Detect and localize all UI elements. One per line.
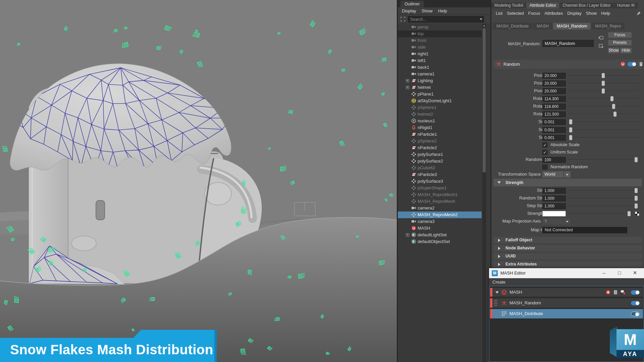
field-rotation-x[interactable] — [542, 96, 566, 102]
outliner-item-mash_repromesh1[interactable]: MASH_ReproMesh1 — [398, 191, 482, 198]
field-step-strength[interactable] — [542, 203, 566, 209]
presets-button[interactable]: Presets — [608, 40, 632, 46]
pin-icon[interactable] — [636, 11, 641, 16]
expand-toggle-icon[interactable]: + — [406, 233, 409, 237]
expand-toggle-icon[interactable]: + — [406, 79, 409, 82]
search-dropdown-arrow-icon[interactable] — [480, 18, 482, 20]
node-tab-mash[interactable]: MASH — [533, 23, 552, 29]
outliner-item-psupershape1[interactable]: pSuperShape1 — [398, 185, 482, 191]
expand-toggle-icon[interactable]: + — [406, 86, 409, 89]
workspace-tab-human-ik[interactable]: Human IK — [614, 3, 638, 8]
map-swatch-strength-map[interactable] — [542, 211, 566, 217]
outliner-item-nparticle3[interactable]: nParticle3 — [398, 171, 482, 178]
outliner-menu-display[interactable]: Display — [402, 7, 416, 15]
outliner-item-lighting[interactable]: +Lighting — [398, 77, 482, 84]
outliner-item-top[interactable]: top — [398, 31, 482, 37]
workspace-tab-channel-box-layer-editor[interactable]: Channel Box / Layer Editor — [559, 3, 613, 8]
outliner-item-side[interactable]: side — [398, 44, 482, 51]
scrollbar-thumb[interactable] — [483, 28, 486, 172]
slider-track[interactable] — [568, 190, 638, 191]
selection-box-icon[interactable] — [400, 16, 406, 22]
node-name-field[interactable] — [542, 40, 594, 47]
collapsed-section-extra-attributes[interactable]: Extra Attributes — [493, 261, 642, 267]
copy-tab-out-icon[interactable] — [598, 43, 604, 49]
outliner-item-aiskydomelight1[interactable]: aiSkyDomeLight1 — [398, 98, 482, 104]
ae-menu-attributes[interactable]: Attributes — [544, 10, 563, 17]
slider-handle-rotation-y[interactable] — [612, 104, 615, 109]
repro-cubes-icon[interactable] — [620, 290, 626, 295]
field-rotation-y[interactable] — [542, 104, 566, 110]
maximize-button[interactable]: □ — [614, 268, 625, 278]
texture-checker-icon[interactable] — [635, 212, 639, 216]
add-node-icon[interactable] — [605, 290, 611, 295]
outliner-item-persp[interactable]: persp — [398, 24, 482, 31]
copy-tab-in-icon[interactable] — [598, 35, 604, 41]
field-random-seed[interactable] — [542, 157, 566, 163]
field-map-helper[interactable]: Not Connected — [542, 227, 627, 233]
outliner-item-polysurface2[interactable]: polySurface2 — [398, 158, 482, 165]
random-enable-toggle[interactable] — [628, 62, 636, 66]
slider-handle-scale-x[interactable] — [569, 119, 572, 124]
slider-track[interactable] — [568, 198, 638, 199]
viewport-3d-scene[interactable] — [0, 0, 397, 362]
hide-button[interactable]: Hide — [620, 48, 632, 53]
node-tab-mash_distribute[interactable]: MASH_Distribute — [493, 23, 532, 29]
outliner-item-pcube62[interactable]: pCube62 — [398, 165, 482, 171]
node-enable-toggle[interactable] — [631, 301, 640, 305]
node-enable-toggle[interactable] — [631, 290, 640, 295]
slider-track[interactable] — [568, 106, 638, 107]
outliner-item-camera1[interactable]: camera1 — [398, 71, 482, 77]
field-random-strength[interactable] — [542, 195, 566, 201]
slider-handle-scale-z[interactable] — [569, 135, 572, 140]
create-menu[interactable]: Create — [492, 278, 505, 286]
checkbox-uniform-scale[interactable]: ✓ — [542, 150, 547, 155]
focus-button[interactable]: Focus — [608, 32, 632, 38]
random-section-header[interactable]: Random — [493, 60, 642, 69]
node-enable-toggle[interactable] — [631, 312, 640, 316]
slider-handle-random-strength[interactable] — [635, 196, 638, 201]
dropdown-arrow-icon[interactable] — [564, 218, 571, 225]
outliner-tab[interactable]: Outliner — [400, 1, 424, 7]
slider-handle-rotation-z[interactable] — [613, 112, 616, 117]
outliner-item-right1[interactable]: right1 — [398, 51, 482, 57]
outliner-menu-help[interactable]: Help — [438, 7, 447, 15]
field-rotation-z[interactable] — [542, 111, 566, 117]
dropdown-arrow-icon[interactable] — [564, 171, 571, 178]
field-strength[interactable] — [542, 188, 566, 194]
slider-track[interactable] — [568, 122, 638, 122]
outliner-item-psphere2[interactable]: pSphere2 — [398, 138, 482, 144]
slider-track[interactable] — [568, 160, 638, 160]
slider-handle-strength[interactable] — [635, 188, 638, 193]
outliner-item-polysurface3[interactable]: polySurface3 — [398, 178, 482, 185]
workspace-tab-modeling-toolkit[interactable]: Modeling Toolkit — [491, 3, 526, 8]
ae-menu-list[interactable]: List — [496, 10, 502, 17]
mash-node-row-mash_distribute[interactable]: MASH_Distribute — [490, 309, 643, 318]
collapsed-section-node-behavior[interactable]: Node Behavior — [493, 245, 642, 251]
outliner-item-psphere1[interactable]: pSphere1 — [398, 104, 482, 111]
slider-handle-position-x[interactable] — [602, 73, 605, 78]
collapsed-section-falloff-object[interactable]: Falloff Object — [493, 237, 642, 243]
slider-handle-scale-y[interactable] — [569, 127, 572, 132]
mash-node-row-mash[interactable]: MASH — [490, 288, 643, 297]
close-button[interactable]: ✕ — [629, 268, 641, 278]
slider-track[interactable] — [568, 214, 632, 214]
outliner-item-polysurface1[interactable]: polySurface1 — [398, 151, 482, 158]
outliner-item-left1[interactable]: left1 — [398, 57, 482, 64]
outliner-item-defaultobjectset[interactable]: defaultObjectSet — [398, 238, 482, 245]
outliner-item-helmet[interactable]: +helmet — [398, 84, 482, 91]
search-input[interactable] — [408, 16, 484, 22]
field-position-y[interactable] — [542, 80, 566, 86]
outliner-scrollbar[interactable]: ▲ — [482, 24, 486, 362]
outliner-item-nparticle1[interactable]: nParticle1 — [398, 131, 482, 138]
outliner-item-mash_repromesh2[interactable]: MASH_ReproMesh2 — [398, 212, 482, 218]
trash-icon[interactable] — [638, 61, 644, 67]
ae-menu-selected[interactable]: Selected — [507, 10, 524, 17]
outliner-item-front[interactable]: front — [398, 37, 482, 44]
checkbox-normalize-random[interactable] — [542, 165, 547, 170]
ae-menu-help[interactable]: Help — [601, 10, 610, 17]
outliner-item-nucleus1[interactable]: nucleus1 — [398, 118, 482, 124]
outliner-item-mash[interactable]: MASH — [398, 225, 482, 232]
mash-waiter-icon[interactable] — [620, 61, 626, 67]
slider-handle-position-z[interactable] — [602, 88, 605, 94]
collapsed-section-uuid[interactable]: UUID — [493, 253, 642, 259]
